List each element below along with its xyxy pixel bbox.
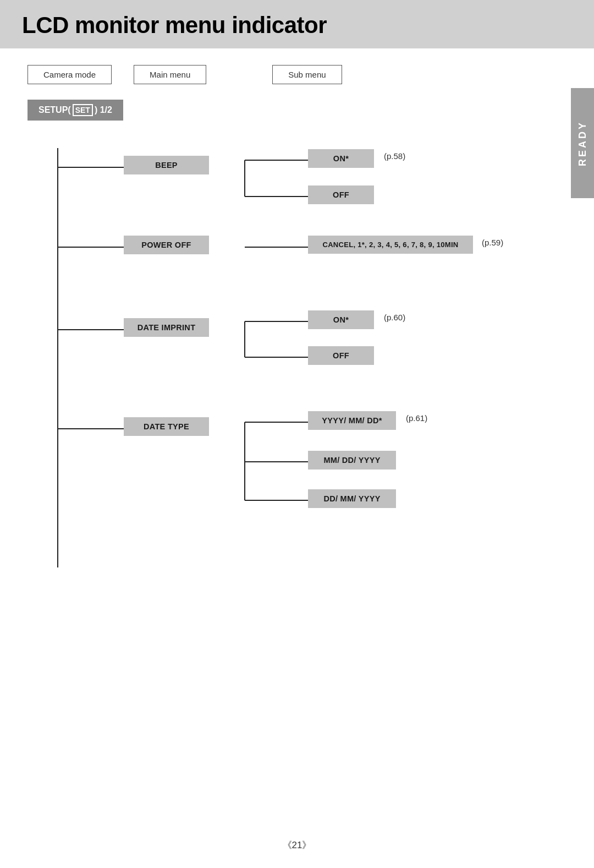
main-menu-header: Main menu — [134, 65, 206, 84]
setup-label: SETUP( SET ) 1/2 — [28, 100, 123, 121]
date-type-yyyy-box: YYYY/ MM/ DD* — [308, 411, 396, 430]
date-imprint-page-ref: (p.60) — [384, 313, 405, 322]
menu-diagram: BEEP ON* OFF (p.58) POWER OFF CANCEL, 1*… — [28, 137, 550, 621]
power-off-page-ref: (p.59) — [482, 238, 503, 247]
date-type-dd-box: DD/ MM/ YYYY — [308, 489, 396, 508]
date-type-page-ref: (p.61) — [406, 413, 427, 423]
setup-label-row: SETUP( SET ) 1/2 — [28, 100, 566, 121]
page-title: LCD monitor menu indicator — [0, 0, 594, 48]
set-icon: SET — [73, 104, 93, 116]
date-imprint-on-box: ON* — [308, 310, 374, 329]
beep-box: BEEP — [124, 156, 209, 174]
date-imprint-off-box: OFF — [308, 346, 374, 365]
power-off-box: POWER OFF — [124, 236, 209, 254]
power-off-sub-box: CANCEL, 1*, 2, 3, 4, 5, 6, 7, 8, 9, 10MI… — [308, 236, 473, 254]
setup-text-post: ) 1/2 — [95, 105, 112, 115]
date-type-box: DATE TYPE — [124, 417, 209, 436]
beep-page-ref: (p.58) — [384, 151, 405, 161]
diagram-svg — [28, 137, 550, 621]
content-area: Camera mode Main menu Sub menu SETUP( SE… — [0, 48, 594, 638]
sub-menu-header: Sub menu — [272, 65, 342, 84]
beep-off-box: OFF — [308, 185, 374, 204]
beep-on-box: ON* — [308, 149, 374, 168]
setup-text-pre: SETUP( — [38, 105, 71, 115]
header-row: Camera mode Main menu Sub menu — [28, 65, 566, 84]
camera-mode-header: Camera mode — [28, 65, 112, 84]
date-imprint-box: DATE IMPRINT — [124, 318, 209, 337]
date-type-mm-box: MM/ DD/ YYYY — [308, 451, 396, 470]
page-number: 《21》 — [283, 839, 312, 851]
